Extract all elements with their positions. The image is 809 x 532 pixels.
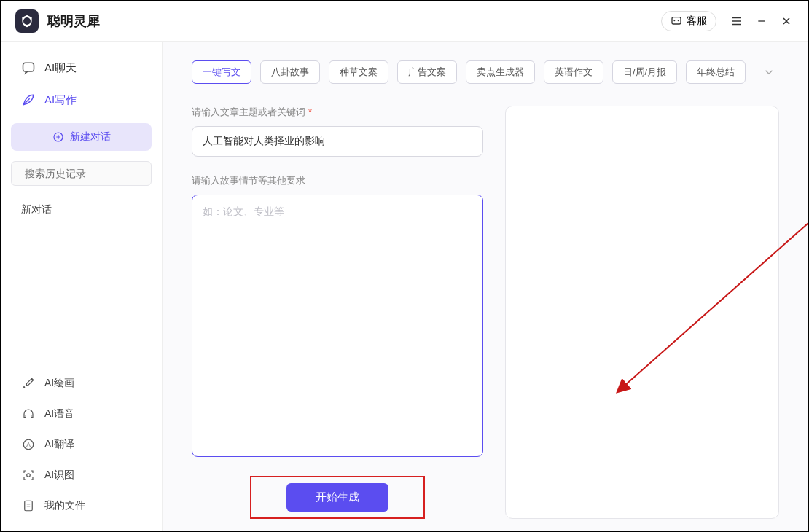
svg-rect-9 xyxy=(25,501,33,511)
search-box[interactable] xyxy=(11,161,152,186)
new-chat-label: 新建对话 xyxy=(70,130,111,144)
sidebar-item-draw[interactable]: AI绘画 xyxy=(11,368,152,399)
svg-point-2 xyxy=(678,20,679,21)
plus-circle-icon xyxy=(52,131,64,143)
close-button[interactable] xyxy=(779,14,794,28)
sidebar-item-files[interactable]: 我的文件 xyxy=(11,490,152,521)
expand-categories-button[interactable] xyxy=(759,62,779,82)
sidebar-item-voice[interactable]: AI语音 xyxy=(11,399,152,429)
category-row: 一键写文 八卦故事 种草文案 广告文案 卖点生成器 英语作文 日/周/月报 年终… xyxy=(192,60,779,84)
svg-rect-0 xyxy=(672,17,681,23)
svg-text:A: A xyxy=(26,442,31,448)
close-icon xyxy=(781,15,792,27)
app-title: 聪明灵犀 xyxy=(47,12,100,30)
sidebar: AI聊天 AI写作 新建对话 新对话 AI绘画 xyxy=(1,42,163,531)
search-input[interactable] xyxy=(25,168,152,179)
topic-label: 请输入文章主题或者关键词* xyxy=(192,106,483,119)
file-icon xyxy=(21,498,36,513)
sidebar-item-label: AI识图 xyxy=(44,469,74,482)
form-left: 请输入文章主题或者关键词* 请输入故事情节等其他要求 开始生成 xyxy=(192,106,483,519)
chat-bubble-icon xyxy=(21,60,36,75)
sidebar-item-label: AI翻译 xyxy=(44,438,74,451)
category-button-2[interactable]: 种草文案 xyxy=(329,60,388,84)
chevron-down-icon xyxy=(762,66,775,79)
category-button-7[interactable]: 年终总结 xyxy=(686,60,746,84)
output-panel xyxy=(505,106,779,519)
category-button-5[interactable]: 英语作文 xyxy=(544,60,603,84)
category-button-3[interactable]: 广告文案 xyxy=(397,60,457,84)
category-button-6[interactable]: 日/周/月报 xyxy=(612,60,677,84)
chat-icon xyxy=(671,15,682,27)
svg-point-1 xyxy=(673,20,675,21)
titlebar: 聪明灵犀 客服 xyxy=(1,1,808,42)
topic-input[interactable] xyxy=(192,126,483,157)
new-chat-button[interactable]: 新建对话 xyxy=(11,123,152,151)
history-item[interactable]: 新对话 xyxy=(11,197,152,222)
customer-service-button[interactable]: 客服 xyxy=(661,11,716,31)
category-button-1[interactable]: 八卦故事 xyxy=(260,60,320,84)
menu-button[interactable] xyxy=(730,14,744,28)
scan-icon xyxy=(21,468,36,482)
main-area: 一键写文 八卦故事 种草文案 广告文案 卖点生成器 英语作文 日/周/月报 年终… xyxy=(163,42,808,531)
headphone-icon xyxy=(21,407,36,421)
svg-point-8 xyxy=(27,474,31,477)
app-logo xyxy=(15,9,39,33)
brush-icon xyxy=(21,376,36,391)
logo-icon xyxy=(20,14,34,28)
menu-icon xyxy=(730,15,743,28)
customer-service-label: 客服 xyxy=(687,15,707,28)
sidebar-item-label: 我的文件 xyxy=(44,499,85,512)
extra-label: 请输入故事情节等其他要求 xyxy=(192,174,483,187)
sidebar-item-label: AI语音 xyxy=(44,407,74,420)
minimize-icon xyxy=(756,15,767,27)
category-button-0[interactable]: 一键写文 xyxy=(192,60,251,84)
translate-icon: A xyxy=(21,437,36,452)
category-button-4[interactable]: 卖点生成器 xyxy=(466,60,535,84)
sidebar-item-label: AI绘画 xyxy=(44,377,74,390)
feather-icon xyxy=(21,93,36,107)
sidebar-item-translate[interactable]: A AI翻译 xyxy=(11,429,152,460)
generate-button[interactable]: 开始生成 xyxy=(286,483,388,512)
sidebar-item-write[interactable]: AI写作 xyxy=(11,84,152,116)
sidebar-item-ocr[interactable]: AI识图 xyxy=(11,460,152,490)
sidebar-item-label: AI写作 xyxy=(44,93,77,107)
extra-textarea[interactable] xyxy=(192,195,483,457)
minimize-button[interactable] xyxy=(754,14,769,28)
sidebar-item-chat[interactable]: AI聊天 xyxy=(11,52,152,84)
sidebar-item-label: AI聊天 xyxy=(44,61,77,75)
generate-highlight-box: 开始生成 xyxy=(250,476,425,519)
svg-rect-3 xyxy=(23,63,34,71)
